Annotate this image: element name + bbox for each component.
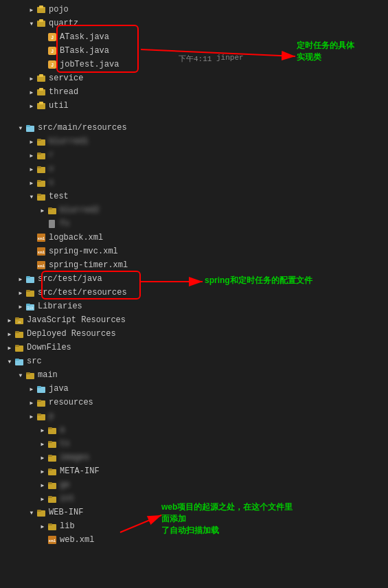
item-label-util: util [49,101,69,111]
tree-item-js-resources[interactable]: JSJavaScript Resources [0,313,388,327]
tree-item-src-test-java[interactable]: src/test/java [0,272,388,286]
svg-rect-72 [48,496,52,498]
item-label-libraries: Libraries [38,302,82,311]
svg-text:xml: xml [38,250,45,255]
arrow-closed[interactable] [27,151,36,159]
item-label-src-test-resources: src/test/resources [38,288,127,297]
arrow-closed[interactable] [27,137,36,146]
tree-item-res-item4[interactable]: s [0,176,388,190]
svg-rect-15 [39,102,43,104]
item-label-resources: resources [49,398,93,407]
tree-item-webapp-item1[interactable]: a [0,423,388,437]
tree-item-libraries[interactable]: libLibraries [0,299,388,313]
tree-item-deployed-resources[interactable]: Deployed Resources [0,327,388,341]
arrow-closed[interactable] [38,440,47,448]
item-label-quartz: quartz [49,19,78,28]
svg-text:xml: xml [49,539,56,543]
tree-item-quartz[interactable]: quartz [0,16,388,30]
tree-item-util[interactable]: util [0,99,388,113]
svg-rect-54 [26,372,30,374]
svg-rect-68 [48,468,52,471]
arrow-closed[interactable] [5,316,14,324]
arrow-closed[interactable] [27,5,36,14]
tree-item-test-item1[interactable]: blurred2 [0,203,388,217]
arrow-open[interactable] [27,508,36,517]
item-label-js-resources: JavaScript Resources [27,315,126,325]
arrow-closed[interactable] [38,453,47,462]
tree-item-main[interactable]: main [0,368,388,382]
svg-rect-1 [39,5,43,8]
tree-item-src-root[interactable]: src [0,354,388,368]
arrow-closed[interactable] [5,330,14,338]
tree-item-test[interactable]: test [0,190,388,203]
item-label-web-xml: web.xml [60,535,94,545]
tree-item-pojo[interactable]: pojo [0,3,388,16]
svg-text:xml: xml [38,236,45,241]
arrow-closed[interactable] [27,398,36,407]
tree-item-webapp-item2[interactable]: ts [0,437,388,451]
tree-item-service[interactable]: service [0,71,388,85]
item-label-deployed-resources: Deployed Resources [27,329,116,339]
arrow-closed[interactable] [38,495,47,503]
item-label-webapp-item2: ts [60,439,69,449]
svg-rect-13 [39,88,43,91]
tree-item-java[interactable]: java [0,382,388,396]
arrow-closed[interactable] [27,102,36,110]
arrow-open[interactable] [27,19,36,27]
tree-item-res-item1[interactable]: blurred1 [0,135,388,148]
arrow-closed[interactable] [27,385,36,393]
svg-rect-17 [26,125,30,127]
tree-item-res-item3[interactable]: v [0,162,388,176]
tree-item-webapp-meta[interactable]: META-INF [0,464,388,478]
svg-rect-40 [26,290,30,292]
item-label-webapp-blurred: p [49,411,54,421]
item-label-webapp-item1: a [60,425,65,435]
arrow-closed[interactable] [27,179,36,187]
tree-item-src-test-resources[interactable]: src/test/resources [0,286,388,299]
arrow-closed[interactable] [38,426,47,434]
tree-item-webapp-blurred[interactable]: p [0,409,388,423]
tree-item-webapp-ge[interactable]: ge [0,478,388,492]
tree-item-downfiles[interactable]: DownFiles [0,341,388,354]
arrow-closed[interactable] [27,412,36,420]
callout-text-1: 定时任务的具体实现类 [297,40,354,63]
item-label-main: main [38,370,58,380]
svg-rect-21 [37,152,41,155]
svg-rect-11 [39,74,43,77]
tree-item-src-main-resources[interactable]: src/main/resources [0,121,388,135]
arrow-open[interactable] [16,124,25,132]
item-label-ATask: ATask.java [60,32,109,42]
item-label-java: java [49,384,69,394]
tree-item-thread[interactable]: thread [0,85,388,99]
arrow-closed[interactable] [5,343,14,352]
arrow-closed[interactable] [16,275,25,283]
arrow-closed[interactable] [27,88,36,96]
tree-item-resources[interactable]: resources [0,396,388,409]
arrow-closed[interactable] [38,206,47,214]
arrow-closed[interactable] [38,467,47,475]
arrow-open[interactable] [5,357,14,365]
svg-rect-76 [48,523,52,525]
arrow-closed[interactable] [16,302,25,310]
tree-item-test-item2[interactable]: fx [0,217,388,231]
item-label-res-item1: blurred1 [49,137,89,146]
svg-rect-66 [48,455,52,457]
file-tree: pojoquartzJATask.javaJBTask.javaJjobTest… [0,0,388,550]
item-label-web-inf: WEB-INF [49,508,83,517]
tree-item-webapp-images[interactable]: images [0,451,388,464]
tree-item-spring-mvc[interactable]: xmlspring-mvc.xml [0,245,388,258]
arrow-open[interactable] [27,192,36,201]
item-label-spring-mvc: spring-mvc.xml [49,247,118,256]
svg-rect-58 [37,400,41,402]
tree-item-res-item2[interactable]: r [0,148,388,162]
arrow-closed[interactable] [38,481,47,489]
svg-text:lib: lib [27,306,33,310]
arrow-closed[interactable] [27,74,36,82]
arrow-closed[interactable] [16,289,25,297]
tree-item-logback[interactable]: xmllogback.xml [0,231,388,245]
arrow-open[interactable] [16,371,25,379]
arrow-closed[interactable] [38,522,47,530]
item-label-jobTest: jobTest.java [60,60,119,69]
arrow-closed[interactable] [27,165,36,173]
tree-item-spring-timer[interactable]: xmlspring-timer.xml [0,258,388,272]
